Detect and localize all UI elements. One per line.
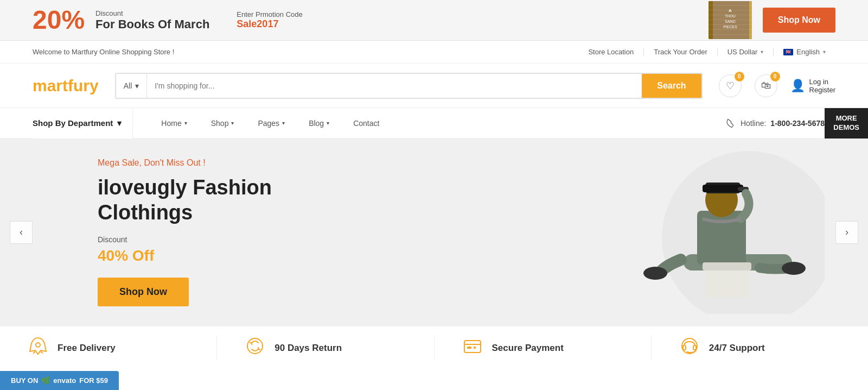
slider-image bbox=[597, 151, 825, 314]
hotline-label: Hotline: bbox=[741, 119, 766, 128]
discount-label: Discount bbox=[95, 9, 209, 17]
currency-label: US Dollar bbox=[727, 48, 758, 56]
more-demos-button[interactable]: MOREDEMOS bbox=[825, 108, 868, 139]
nav-home-chevron-icon: ▾ bbox=[184, 120, 187, 126]
svg-rect-26 bbox=[693, 345, 696, 350]
wishlist-button[interactable]: ♡ 0 bbox=[719, 74, 742, 97]
logo[interactable]: martfury bbox=[33, 77, 99, 95]
feature-secure-payment-text: Secure Payment bbox=[492, 343, 564, 354]
nav-blog-chevron-icon: ▾ bbox=[327, 120, 329, 126]
nav-blog-label: Blog bbox=[309, 119, 324, 128]
search-category-label: All bbox=[124, 81, 132, 90]
svg-rect-23 bbox=[474, 347, 476, 349]
discount-label: Discount bbox=[98, 235, 597, 244]
for-text: For Books Of March bbox=[95, 17, 209, 32]
discount-percentage: 20% bbox=[33, 7, 85, 33]
language-label: English bbox=[796, 48, 820, 56]
svg-point-16 bbox=[643, 267, 667, 280]
currency-selector[interactable]: US Dollar ▾ bbox=[718, 48, 774, 56]
shop-by-dept-label: Shop By Department bbox=[33, 118, 113, 128]
cart-icon: 🛍 0 bbox=[755, 74, 777, 97]
search-button[interactable]: Search bbox=[642, 74, 701, 98]
svg-rect-25 bbox=[683, 345, 686, 350]
register-link[interactable]: Register bbox=[809, 86, 835, 94]
wishlist-badge: 0 bbox=[735, 72, 744, 81]
phone-icon bbox=[726, 118, 736, 128]
search-category-select[interactable]: All ▾ bbox=[116, 74, 148, 98]
book-image: A THOU SAND PIECES bbox=[709, 1, 752, 39]
svg-point-17 bbox=[782, 262, 806, 275]
support-icon bbox=[679, 335, 700, 361]
slider-title: iloveugly Fashion Clothings bbox=[98, 175, 597, 225]
slider-content: Mega Sale, Don't Miss Out ! iloveugly Fa… bbox=[0, 139, 868, 326]
nav-blog[interactable]: Blog ▾ bbox=[297, 108, 341, 139]
support-svg bbox=[679, 335, 700, 357]
sub-header-right: Store Location Track Your Order US Dolla… bbox=[578, 48, 835, 56]
search-input[interactable] bbox=[147, 74, 642, 98]
banner-left: 20% Discount For Books Of March Enter Pr… bbox=[33, 7, 303, 33]
feature-90-days-return: 90 Days Return bbox=[217, 335, 434, 361]
svg-point-18 bbox=[36, 343, 40, 347]
shop-now-button[interactable]: Shop Now bbox=[98, 278, 189, 306]
discount-value: 40% Off bbox=[98, 247, 597, 265]
feature-free-delivery: Free Delivery bbox=[0, 335, 217, 361]
nav-contact-label: Contact bbox=[353, 119, 379, 128]
feature-free-delivery-text: Free Delivery bbox=[58, 343, 116, 354]
banner-shop-now-button[interactable]: Shop Now bbox=[763, 8, 835, 33]
book-svg: A THOU SAND PIECES bbox=[709, 1, 752, 39]
wishlist-icon: ♡ 0 bbox=[719, 74, 742, 97]
svg-rect-22 bbox=[467, 347, 471, 349]
secure-payment-icon bbox=[462, 335, 483, 361]
nav-links: Home ▾ Shop ▾ Pages ▾ Blog ▾ Contact bbox=[149, 108, 726, 139]
logo-black: mart bbox=[33, 77, 68, 95]
slider-next-button[interactable]: › bbox=[835, 221, 858, 244]
svg-rect-6 bbox=[709, 1, 713, 39]
nav-shop[interactable]: Shop ▾ bbox=[199, 108, 246, 139]
payment-svg bbox=[462, 335, 483, 357]
language-chevron-icon: ▾ bbox=[823, 49, 826, 55]
rocket-svg bbox=[27, 335, 49, 357]
svg-rect-12 bbox=[703, 185, 743, 192]
promo-code: Sale2017 bbox=[237, 18, 278, 30]
language-selector[interactable]: 🇬🇧 English ▾ bbox=[774, 48, 835, 56]
feature-90-days-return-text: 90 Days Return bbox=[275, 343, 342, 354]
main-header: martfury All ▾ Search ♡ 0 🛍 0 👤 Log in R… bbox=[0, 64, 868, 108]
cart-button[interactable]: 🛍 0 bbox=[755, 74, 777, 97]
return-svg bbox=[244, 335, 266, 357]
title-line2: Clothings bbox=[98, 201, 193, 224]
login-link[interactable]: Log in bbox=[809, 78, 828, 86]
mega-sale-text: Mega Sale, Don't Miss Out ! bbox=[98, 158, 597, 168]
title-line1: iloveugly Fashion bbox=[98, 176, 272, 199]
track-order-label: Track Your Order bbox=[654, 48, 707, 56]
header-icons: ♡ 0 🛍 0 👤 Log in Register bbox=[719, 74, 835, 97]
flag-icon: 🇬🇧 bbox=[783, 49, 793, 55]
banner-right: A THOU SAND PIECES Shop Now bbox=[709, 1, 835, 39]
dept-chevron-icon: ▾ bbox=[117, 118, 122, 128]
navigation: Shop By Department ▾ Home ▾ Shop ▾ Pages… bbox=[0, 108, 868, 139]
user-menu[interactable]: 👤 Log in Register bbox=[790, 78, 835, 94]
shop-by-department-button[interactable]: Shop By Department ▾ bbox=[33, 108, 133, 139]
slider-prev-button[interactable]: ‹ bbox=[10, 221, 33, 244]
svg-rect-0 bbox=[709, 1, 752, 39]
top-banner: 20% Discount For Books Of March Enter Pr… bbox=[0, 0, 868, 41]
user-icon: 👤 bbox=[790, 79, 805, 93]
sub-header: Welcome to Martfury Online Shopping Stor… bbox=[0, 41, 868, 64]
store-location-link[interactable]: Store Location bbox=[578, 48, 644, 56]
track-order-link[interactable]: Track Your Order bbox=[644, 48, 718, 56]
free-delivery-icon bbox=[27, 335, 49, 361]
welcome-text: Welcome to Martfury Online Shopping Stor… bbox=[33, 48, 174, 56]
nav-pages[interactable]: Pages ▾ bbox=[246, 108, 297, 139]
hotline: Hotline: 1-800-234-5678 bbox=[726, 118, 825, 128]
nav-contact[interactable]: Contact bbox=[341, 108, 391, 139]
logo-yellow: fury bbox=[68, 77, 99, 95]
nav-home[interactable]: Home ▾ bbox=[149, 108, 199, 139]
features-bar: Free Delivery 90 Days Return Secure Paym… bbox=[0, 326, 868, 369]
hero-person-illustration bbox=[597, 146, 825, 314]
category-chevron-icon: ▾ bbox=[135, 81, 139, 90]
svg-rect-20 bbox=[464, 341, 481, 353]
hotline-number: 1-800-234-5678 bbox=[770, 119, 825, 128]
nav-shop-chevron-icon: ▾ bbox=[231, 120, 234, 126]
currency-chevron-icon: ▾ bbox=[761, 49, 763, 55]
svg-text:THOU: THOU bbox=[725, 14, 736, 18]
promo-label: Enter Prmotion Code bbox=[237, 10, 302, 18]
